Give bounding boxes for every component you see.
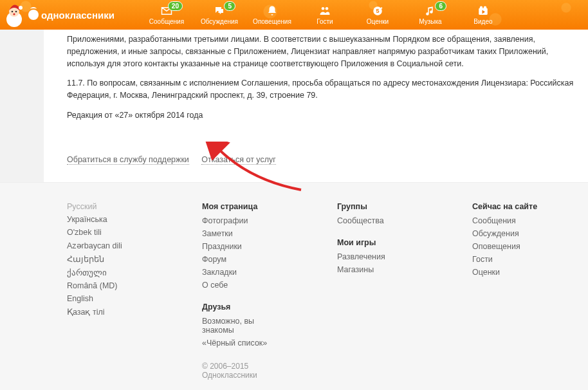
nav-ratings[interactable]: 5 Оценки: [351, 0, 404, 30]
nav-label: Гости: [317, 18, 333, 25]
ok-logo-icon: [28, 10, 39, 20]
svg-point-3: [12, 11, 14, 13]
footer-link[interactable]: Закладки: [202, 268, 237, 277]
svg-point-2: [19, 6, 23, 10]
footer-link[interactable]: Оповещения: [472, 242, 520, 251]
footer-link[interactable]: Гости: [472, 255, 493, 264]
paragraph: Редакция от «27» октября 2014 года: [67, 109, 588, 122]
lang-current: Русский: [67, 202, 151, 211]
svg-text:5: 5: [376, 8, 379, 14]
lang-link[interactable]: Українська: [67, 215, 107, 224]
footer-link[interactable]: Сообщества: [337, 216, 384, 225]
nav-label: Оценки: [367, 18, 389, 25]
footer-languages: Русский Українська O'zbek tili Azərbayca…: [67, 202, 151, 380]
support-link[interactable]: Обратиться в службу поддержки: [67, 155, 189, 165]
lang-link[interactable]: English: [67, 294, 93, 303]
nav-notifications[interactable]: Оповещения: [246, 0, 299, 30]
footer-link[interactable]: «Чёрный список»: [202, 339, 267, 348]
footer-heading: Друзья: [202, 302, 286, 311]
lang-link[interactable]: Հայերեն: [67, 255, 104, 264]
svg-point-4: [15, 11, 17, 13]
footer-link[interactable]: О себе: [202, 281, 228, 290]
lang-link[interactable]: Azərbaycan dili: [67, 241, 122, 250]
nav-label: Оповещения: [253, 18, 291, 25]
nav-label: Обсуждения: [201, 18, 238, 25]
nav-label: Сообщения: [149, 18, 184, 25]
santa-mascot: [0, 0, 28, 30]
footer-link[interactable]: Обсуждения: [472, 229, 519, 238]
nav-discussions[interactable]: Обсуждения 5: [193, 0, 246, 30]
paragraph: 11.7. По вопросам, связанным с исполнени…: [67, 77, 588, 102]
optout-link[interactable]: Отказаться от услуг: [201, 155, 275, 165]
nav-guests[interactable]: Гости: [299, 0, 351, 30]
footer-heading: Мои игры: [337, 238, 421, 247]
footer-link[interactable]: Фотографии: [202, 216, 248, 225]
badge: 20: [168, 1, 183, 11]
guests-icon: [318, 5, 331, 17]
footer-link[interactable]: Развлечения: [337, 252, 385, 261]
footer-link[interactable]: Форум: [202, 255, 226, 264]
lang-link[interactable]: ქართული: [67, 268, 107, 277]
footer-col-groups: Группы Сообщества Мои игры Развлечения М…: [337, 202, 421, 380]
nav-music[interactable]: Музыка 6: [404, 0, 457, 30]
footer-link[interactable]: Оценки: [472, 268, 500, 277]
lang-link[interactable]: O'zbek tili: [67, 228, 102, 237]
footer-col-mypage: Моя страница Фотографии Заметки Праздник…: [202, 202, 286, 380]
site-footer: Русский Українська O'zbek tili Azərbayca…: [0, 182, 588, 391]
nav-video[interactable]: Видео: [457, 0, 510, 30]
lang-link[interactable]: Қазақ тілі: [67, 308, 105, 317]
svg-point-7: [326, 7, 329, 10]
lang-link[interactable]: Română (MD): [67, 281, 118, 290]
left-gutter: [0, 30, 44, 182]
footer-link[interactable]: Сообщения: [472, 216, 516, 225]
badge: 6: [435, 1, 446, 11]
footer-col-online: Сейчас на сайте Сообщения Обсуждения Опо…: [472, 202, 556, 380]
badge: 5: [224, 1, 235, 11]
copyright: © 2006–2015 Одноклассники: [202, 362, 286, 380]
paragraph: Приложениями, разработанными третьими ли…: [67, 33, 588, 70]
footer-link[interactable]: Заметки: [202, 229, 233, 238]
footer-heading: Моя страница: [202, 202, 286, 211]
footer-link[interactable]: Магазины: [337, 265, 374, 274]
nav-label: Музыка: [419, 18, 441, 25]
agreement-text: Приложениями, разработанными третьими ли…: [44, 30, 588, 182]
main-nav: Сообщения 20 Обсуждения 5 Оповещения Гос…: [140, 0, 510, 30]
footer-heading: Сейчас на сайте: [472, 202, 556, 211]
video-icon: [477, 5, 490, 17]
svg-point-11: [480, 6, 483, 9]
bell-icon: [266, 5, 279, 17]
brand-logo[interactable]: одноклассники: [28, 10, 115, 21]
svg-point-6: [322, 7, 325, 10]
footer-link[interactable]: Праздники: [202, 242, 242, 251]
footer-link[interactable]: Возможно, вы знакомы: [202, 317, 254, 335]
footer-heading: Группы: [337, 202, 421, 211]
svg-point-12: [484, 6, 487, 9]
brand-text: одноклассники: [41, 10, 115, 21]
rating-icon: 5: [371, 5, 384, 17]
nav-label: Видео: [473, 18, 492, 25]
top-nav-bar: одноклассники Сообщения 20 Обсуждения 5 …: [0, 0, 588, 30]
svg-point-5: [13, 13, 15, 15]
nav-messages[interactable]: Сообщения 20: [140, 0, 193, 30]
